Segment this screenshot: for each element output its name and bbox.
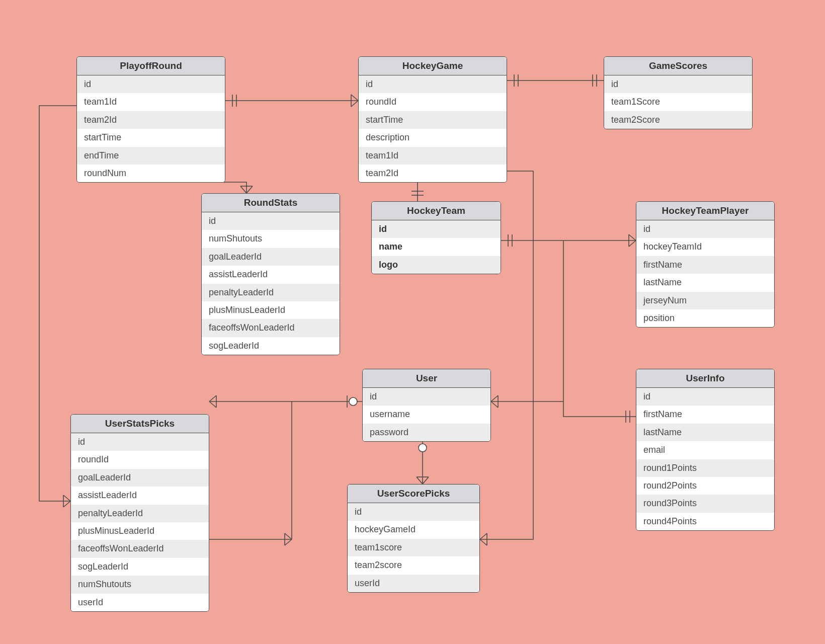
entity-field: password [363, 424, 490, 441]
entity-hockeyGame[interactable]: HockeyGameidroundIdstartTimedescriptiont… [358, 56, 507, 183]
entity-field: assistLeaderId [202, 266, 340, 283]
entity-field: name [372, 238, 501, 256]
entity-field: userId [71, 594, 209, 611]
entity-field: roundNum [77, 165, 225, 182]
svg-line-44 [209, 395, 216, 401]
entity-field: email [636, 441, 774, 459]
entity-field: plusMinusLeaderId [71, 522, 209, 540]
entity-field: id [604, 75, 752, 93]
svg-point-42 [349, 397, 357, 406]
entity-roundStats[interactable]: RoundStatsidnumShutoutsgoalLeaderIdassis… [201, 193, 340, 355]
entity-field: assistLeaderId [71, 487, 209, 504]
entity-field: description [359, 129, 507, 146]
entity-field: faceoffsWonLeaderId [202, 319, 340, 337]
svg-line-57 [63, 501, 70, 507]
entity-field: sogLeaderId [202, 337, 340, 355]
svg-line-14 [240, 186, 246, 193]
entity-field: id [359, 75, 507, 93]
svg-point-48 [419, 444, 427, 452]
entity-playoffRound[interactable]: PlayoffRoundidteam1Idteam2IdstartTimeend… [76, 56, 225, 183]
svg-line-56 [63, 495, 70, 501]
entity-field: id [636, 220, 774, 238]
entity-field: roundId [71, 451, 209, 468]
entity-field: userId [348, 575, 479, 592]
entity-field: id [363, 388, 490, 406]
entity-field: startTime [77, 129, 225, 146]
svg-line-51 [423, 477, 429, 484]
entity-field: team2Id [77, 111, 225, 129]
entity-userScorePicks[interactable]: UserScorePicksidhockeyGameIdteam1scorete… [347, 484, 480, 593]
svg-line-33 [629, 240, 636, 247]
entity-field: penaltyLeaderId [202, 284, 340, 301]
entity-field: numShutouts [202, 230, 340, 248]
svg-line-36 [491, 401, 498, 408]
svg-line-35 [491, 395, 498, 401]
svg-line-4 [351, 101, 358, 107]
entity-field: id [636, 388, 774, 406]
entity-field: username [363, 406, 490, 423]
entity-field: id [77, 75, 225, 93]
entity-field: round4Points [636, 513, 774, 530]
svg-line-15 [246, 186, 253, 193]
entity-title: HockeyTeam [372, 202, 501, 220]
entity-title: GameScores [604, 57, 752, 75]
entity-field: id [372, 220, 501, 238]
entity-field: team1Id [77, 93, 225, 111]
entity-field: round1Points [636, 459, 774, 477]
entity-field: id [348, 503, 479, 521]
entity-title: UserScorePicks [348, 485, 479, 503]
entity-title: User [363, 369, 490, 388]
entity-field: team1Id [359, 147, 507, 165]
entity-field: faceoffsWonLeaderId [71, 540, 209, 557]
er-diagram-canvas: PlayoffRoundidteam1Idteam2IdstartTimeend… [0, 0, 825, 644]
entity-field: goalLeaderId [71, 469, 209, 487]
entity-title: RoundStats [202, 194, 340, 212]
entity-field: id [71, 433, 209, 451]
entity-hockeyTeam[interactable]: HockeyTeamidnamelogo [371, 201, 501, 274]
entity-hockeyTeamPlayer[interactable]: HockeyTeamPlayeridhockeyTeamIdfirstNamel… [636, 201, 775, 328]
entity-field: team2Score [604, 111, 752, 129]
entity-field: sogLeaderId [71, 558, 209, 576]
svg-line-27 [480, 539, 487, 545]
svg-line-60 [285, 533, 292, 539]
entity-field: numShutouts [71, 576, 209, 593]
svg-line-26 [480, 533, 487, 539]
entity-field: id [202, 212, 340, 230]
entity-userStatsPicks[interactable]: UserStatsPicksidroundIdgoalLeaderIdassis… [70, 414, 209, 612]
entity-field: penaltyLeaderId [71, 505, 209, 522]
svg-line-3 [351, 95, 358, 101]
entity-field: firstName [636, 256, 774, 274]
svg-line-45 [209, 401, 216, 408]
entity-title: UserInfo [636, 369, 774, 388]
entity-field: team1score [348, 539, 479, 556]
entity-field: firstName [636, 406, 774, 423]
svg-line-50 [417, 477, 423, 484]
entity-title: UserStatsPicks [71, 415, 209, 433]
entity-field: team2score [348, 556, 479, 574]
entity-userInfo[interactable]: UserInfoidfirstNamelastNameemailround1Po… [636, 369, 775, 531]
entity-field: jerseyNum [636, 292, 774, 309]
svg-line-61 [285, 539, 292, 545]
entity-field: team2Id [359, 165, 507, 182]
entity-title: HockeyGame [359, 57, 507, 75]
entity-field: startTime [359, 111, 507, 129]
entity-field: lastName [636, 274, 774, 291]
entity-title: HockeyTeamPlayer [636, 202, 774, 220]
entity-user[interactable]: Useridusernamepassword [362, 369, 491, 442]
entity-gameScores[interactable]: GameScoresidteam1Scoreteam2Score [604, 56, 753, 129]
entity-title: PlayoffRound [77, 57, 225, 75]
entity-field: position [636, 309, 774, 327]
svg-line-32 [629, 234, 636, 240]
entity-field: team1Score [604, 93, 752, 111]
entity-field: roundId [359, 93, 507, 111]
entity-field: plusMinusLeaderId [202, 301, 340, 319]
entity-field: round2Points [636, 477, 774, 495]
entity-field: lastName [636, 424, 774, 441]
entity-field: round3Points [636, 495, 774, 512]
entity-field: logo [372, 256, 501, 274]
entity-field: hockeyTeamId [636, 238, 774, 256]
entity-field: endTime [77, 147, 225, 165]
entity-field: hockeyGameId [348, 521, 479, 538]
entity-field: goalLeaderId [202, 248, 340, 266]
